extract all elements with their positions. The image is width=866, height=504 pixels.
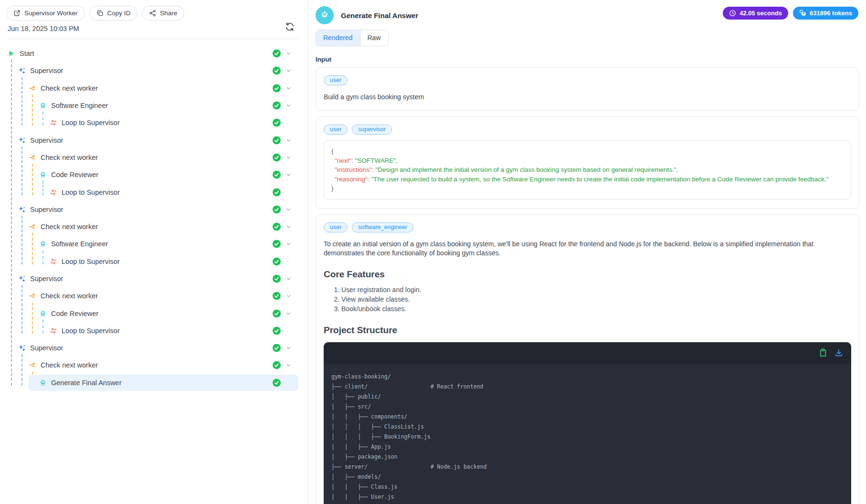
tree-node[interactable]: Supervisor: [0, 62, 308, 79]
tree-node[interactable]: Code Reviewer: [0, 304, 308, 322]
tree-node-label: Check next worker: [41, 84, 98, 92]
share-button[interactable]: Share: [142, 6, 184, 21]
role-badge: supervisor: [352, 125, 392, 135]
supervisor-worker-button[interactable]: Supervisor Worker: [6, 6, 85, 21]
branch-icon: [29, 361, 36, 369]
toolbar-button-label: Supervisor Worker: [24, 10, 78, 17]
success-check-icon: [273, 102, 281, 110]
chevron-down-icon[interactable]: [285, 310, 292, 317]
code-toolbar: [324, 342, 851, 364]
sparkles-icon: [18, 275, 26, 283]
message-text: To create an initial version of a gym cl…: [324, 240, 851, 258]
copy-id-button[interactable]: Copy ID: [89, 6, 138, 21]
toolbar: Supervisor Worker Copy ID Share: [6, 6, 184, 21]
json-value: "The user requested to build a system, s…: [371, 176, 828, 183]
robot-avatar: [316, 6, 334, 24]
input-section-label: Input: [316, 56, 859, 63]
chevron-down-icon[interactable]: [285, 275, 292, 283]
success-check-icon: [273, 326, 281, 335]
tree-node[interactable]: Loop to Supervisor: [0, 253, 308, 270]
tree-node[interactable]: Check next worker: [0, 218, 308, 235]
chevron-down-icon[interactable]: [285, 293, 292, 300]
chevron-down-icon[interactable]: [285, 223, 292, 231]
robot-icon: [39, 379, 47, 387]
tree-connector: [32, 94, 33, 126]
chevron-down-icon[interactable]: [285, 206, 292, 213]
copy-icon: [96, 10, 104, 17]
tree-node[interactable]: Supervisor: [0, 270, 308, 287]
chevron-down-icon[interactable]: [285, 102, 292, 109]
tree-node[interactable]: Check next worker: [0, 149, 308, 166]
tree-node[interactable]: Software Engineer: [0, 235, 308, 252]
loop-icon: [50, 189, 57, 196]
chevron-down-icon[interactable]: [285, 345, 292, 352]
success-check-icon: [273, 188, 281, 196]
tree-node-label: Software Engineer: [51, 240, 108, 248]
tree-node[interactable]: Check next worker: [0, 287, 308, 304]
tree-node-label: Check next worker: [41, 292, 98, 300]
tree-node[interactable]: Supervisor: [0, 339, 308, 357]
tree-node[interactable]: Loop to Supervisor: [0, 183, 308, 200]
tree-node[interactable]: Start: [0, 45, 308, 62]
success-check-icon: [273, 292, 281, 300]
success-check-icon: [273, 136, 281, 144]
tree-node-label: Supervisor: [30, 344, 63, 352]
chevron-down-icon[interactable]: [285, 50, 292, 57]
clock-icon: [729, 10, 736, 17]
tree-node-label: Loop to Supervisor: [62, 327, 120, 335]
json-key: "next": [335, 157, 351, 164]
chevron-down-icon[interactable]: [285, 362, 292, 369]
tokens-icon: [799, 10, 806, 17]
tab-raw[interactable]: Raw: [360, 30, 388, 46]
chevron-down-icon[interactable]: [285, 241, 292, 248]
tree-node[interactable]: Loop to Supervisor: [0, 322, 308, 339]
chevron-down-icon[interactable]: [285, 67, 292, 74]
message-card: userBuild a gym class booking system: [316, 67, 859, 111]
chevron-down-icon[interactable]: [285, 84, 292, 92]
json-value: "Design and implement the initial versio…: [375, 166, 678, 173]
tree-node-label: Check next worker: [41, 223, 98, 231]
tree-node-label: Code Reviewer: [51, 310, 98, 317]
tree-node[interactable]: Supervisor: [0, 131, 308, 148]
chevron-down-icon[interactable]: [285, 136, 292, 144]
code-content: gym-class-booking/ ├── client/ # React f…: [324, 364, 851, 504]
main-panel: 42.05 seconds 631896 tokens Generate Fin…: [309, 0, 866, 504]
branch-icon: [29, 223, 36, 231]
branch-icon: [29, 84, 36, 92]
role-badges: user: [324, 75, 851, 85]
tree-node[interactable]: Loop to Supervisor: [0, 114, 308, 131]
json-entry: "instructions": "Design and implement th…: [331, 165, 844, 175]
tree-node[interactable]: Check next worker: [0, 80, 308, 97]
success-check-icon: [273, 205, 281, 213]
message-text: Build a gym class booking system: [324, 93, 851, 102]
json-output: {"next": "SOFTWARE","instructions": "Des…: [324, 140, 851, 200]
sparkles-icon: [18, 136, 26, 144]
tree-node[interactable]: Code Reviewer: [0, 166, 308, 183]
tokens-value: 631896 tokens: [810, 10, 852, 17]
refresh-button[interactable]: [285, 21, 295, 32]
tree-node[interactable]: Generate Final Answer: [0, 374, 308, 391]
tree-node-label: Loop to Supervisor: [62, 258, 120, 265]
role-badge: user: [324, 125, 348, 135]
tree-node-label: Start: [20, 50, 34, 57]
chevron-down-icon[interactable]: [285, 171, 292, 178]
code-block: gym-class-booking/ ├── client/ # React f…: [324, 342, 851, 504]
run-stats: 42.05 seconds 631896 tokens: [723, 7, 858, 20]
clipboard-copy-icon[interactable]: [819, 348, 827, 357]
chevron-down-icon[interactable]: [285, 154, 292, 161]
json-value: "SOFTWARE",: [355, 157, 398, 164]
section-heading: Core Features: [324, 269, 851, 280]
tree-connector: [42, 112, 43, 126]
tree-node[interactable]: Check next worker: [0, 357, 308, 374]
tree-node[interactable]: Supervisor: [0, 201, 308, 218]
success-check-icon: [273, 119, 281, 127]
download-icon[interactable]: [834, 348, 843, 357]
tab-rendered[interactable]: Rendered: [316, 30, 360, 46]
tree-node-label: Supervisor: [30, 275, 63, 283]
tree-node[interactable]: Software Engineer: [0, 97, 308, 114]
node-title: Generate Final Answer: [341, 11, 418, 20]
play-icon: [8, 50, 15, 57]
toolbar-button-label: Copy ID: [107, 10, 131, 17]
role-badge: user: [324, 75, 348, 85]
tree-connector: [21, 285, 22, 334]
